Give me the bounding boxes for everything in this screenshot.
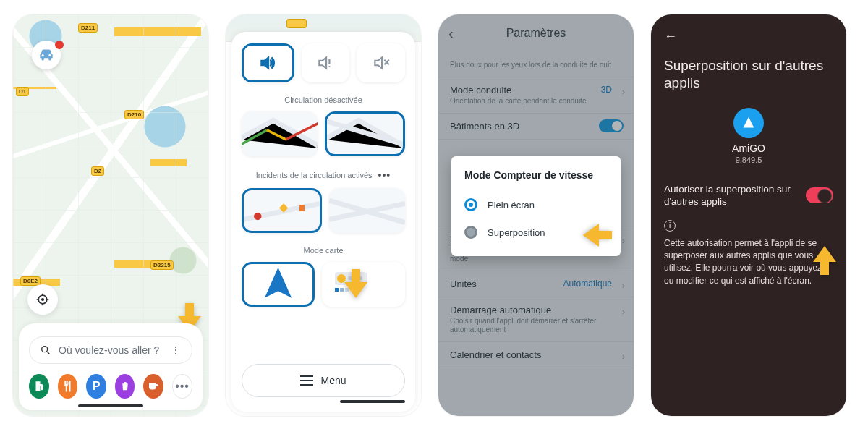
settings-sheet: Circulation désactivée Incidents de la c… xyxy=(231,32,415,412)
menu-icon xyxy=(300,375,313,386)
incident-tiles xyxy=(242,188,405,233)
permission-description: Cette autorisation permet à l'appli de s… xyxy=(664,237,833,288)
annotation-arrow xyxy=(583,221,612,250)
road-label: D1 xyxy=(16,87,29,96)
navigation-arrow-icon xyxy=(244,264,312,305)
incidents-off-tile[interactable] xyxy=(329,188,405,233)
poi-shortcuts: P ••• xyxy=(29,374,192,399)
menu-button[interactable]: Menu xyxy=(242,364,405,397)
section-mapmode-label: Mode carte xyxy=(242,246,405,255)
app-version: 9.849.5 xyxy=(664,156,833,164)
sound-on-button[interactable] xyxy=(242,43,294,82)
poi-restaurant[interactable] xyxy=(58,374,78,399)
traffic-on-tile[interactable] xyxy=(242,111,318,156)
poi-more-button[interactable]: ••• xyxy=(172,374,192,399)
app-info: AmiGO 9.849.5 xyxy=(664,108,833,164)
option-fullscreen[interactable]: Plein écran xyxy=(464,191,608,218)
screenshot-params-modal: ‹ Paramètres Plus doux pour les yeux lor… xyxy=(438,14,634,416)
screenshot-map-home: D211 D1 D210 D2 D2215 D6E2 Où voulez-vou… xyxy=(13,14,208,416)
app-icon xyxy=(733,108,764,138)
mapmode-tiles xyxy=(242,262,405,307)
info-icon: i xyxy=(664,220,676,232)
volume-alert-icon xyxy=(316,54,335,72)
search-icon xyxy=(40,344,51,356)
volume-mute-icon xyxy=(372,54,391,72)
screenshot-android-overlay-perm: ← Superposition sur d'autres applis AmiG… xyxy=(651,14,846,416)
svg-point-3 xyxy=(254,213,262,221)
annotation-arrow xyxy=(810,246,839,275)
overlay-permission-row[interactable]: Autoriser la superposition sur d'autres … xyxy=(664,183,833,208)
poi-shopping[interactable] xyxy=(115,374,135,399)
road-label: D2215 xyxy=(150,260,174,270)
home-indicator xyxy=(340,400,405,403)
road-label: D211 xyxy=(78,23,98,33)
search-panel: Où voulez-vous aller ? ⋮ P ••• xyxy=(19,323,203,410)
search-input[interactable]: Où voulez-vous aller ? ⋮ xyxy=(29,336,192,364)
svg-rect-5 xyxy=(299,205,305,211)
incidents-on-tile[interactable] xyxy=(242,188,322,233)
mapmode-fullscreen-tile[interactable] xyxy=(242,262,315,307)
permission-label: Autoriser la superposition sur d'autres … xyxy=(664,183,796,208)
poi-fuel[interactable] xyxy=(29,374,49,399)
sound-mute-button[interactable] xyxy=(357,43,405,82)
annotation-arrow xyxy=(341,269,370,298)
road-label: D210 xyxy=(124,110,144,119)
search-placeholder: Où voulez-vous aller ? xyxy=(59,344,159,356)
poi-parking[interactable]: P xyxy=(86,374,106,399)
svg-point-2 xyxy=(42,347,48,352)
road-label: D2 xyxy=(91,166,104,176)
vehicle-avatar[interactable] xyxy=(32,41,61,69)
app-name: AmiGO xyxy=(664,143,833,154)
radio-unselected-icon xyxy=(464,226,477,239)
radio-selected-icon xyxy=(464,198,477,211)
section-traffic-label: Circulation désactivée xyxy=(242,95,405,104)
back-button[interactable]: ← xyxy=(664,29,833,44)
crosshair-icon xyxy=(35,292,50,307)
poi-cafe[interactable] xyxy=(143,374,163,399)
volume-icon xyxy=(258,54,277,72)
screenshot-settings-sheet: Circulation désactivée Incidents de la c… xyxy=(226,14,421,416)
section-incidents-label: Incidents de la circulation activés ••• xyxy=(242,169,405,181)
notification-dot xyxy=(55,41,64,49)
svg-point-1 xyxy=(41,298,44,301)
traffic-off-tile[interactable] xyxy=(325,111,405,156)
overlay-permission-toggle[interactable] xyxy=(806,187,833,203)
overflow-menu-button[interactable]: ⋮ xyxy=(171,344,182,356)
car-icon xyxy=(37,46,56,64)
traffic-tiles xyxy=(242,111,405,156)
sound-alerts-button[interactable] xyxy=(302,43,350,82)
recenter-button[interactable] xyxy=(27,284,58,315)
dialog-title: Mode Compteur de vitesse xyxy=(464,169,608,181)
page-title: Superposition sur d'autres applis xyxy=(664,57,833,92)
sound-options xyxy=(242,43,405,82)
incidents-overflow-button[interactable]: ••• xyxy=(378,169,391,181)
home-indicator xyxy=(78,404,143,407)
